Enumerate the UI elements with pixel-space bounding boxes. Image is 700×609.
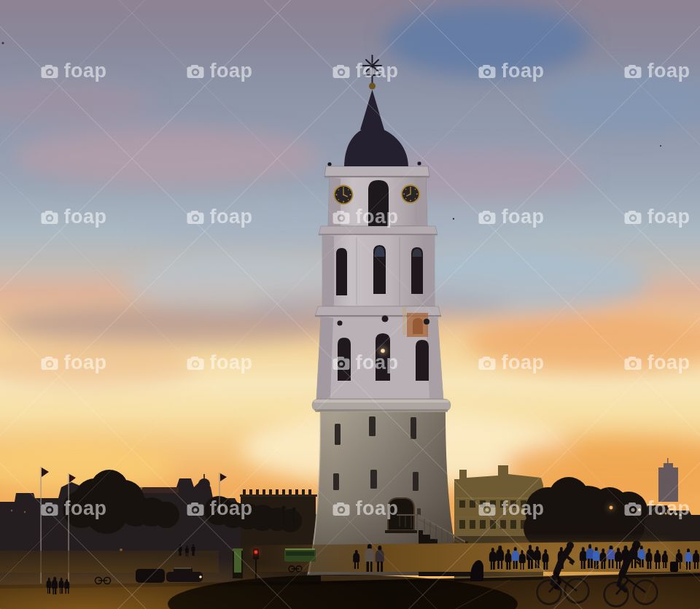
belfry bbox=[328, 177, 427, 226]
round-window bbox=[382, 316, 389, 322]
tier-3 bbox=[316, 307, 443, 399]
round-window bbox=[424, 319, 429, 325]
bird-silhouette bbox=[417, 161, 421, 165]
arched-window bbox=[376, 333, 390, 381]
plaza bbox=[0, 541, 700, 609]
tier-2 bbox=[322, 235, 435, 306]
parked-van bbox=[136, 569, 165, 583]
stock-photo: foap foap foap foap foap foap bbox=[0, 0, 700, 609]
arched-window bbox=[338, 338, 351, 381]
clock-face-left bbox=[335, 186, 353, 204]
luggage-bag bbox=[670, 562, 678, 572]
green-bus bbox=[284, 549, 316, 562]
clock-face-right bbox=[402, 185, 419, 203]
kiosk bbox=[233, 548, 243, 578]
red-roof bbox=[139, 487, 179, 493]
base-ring-cornice bbox=[312, 399, 451, 412]
cornice-2 bbox=[319, 226, 438, 236]
arched-window bbox=[416, 340, 429, 381]
headlight bbox=[199, 575, 202, 578]
fresco-stripe bbox=[402, 307, 406, 335]
arched-window bbox=[336, 248, 347, 295]
bird-silhouette bbox=[327, 162, 331, 166]
belfry-opening bbox=[368, 180, 389, 226]
round-window bbox=[338, 321, 343, 326]
photo-scene bbox=[0, 0, 700, 609]
golden-orb bbox=[369, 83, 376, 90]
